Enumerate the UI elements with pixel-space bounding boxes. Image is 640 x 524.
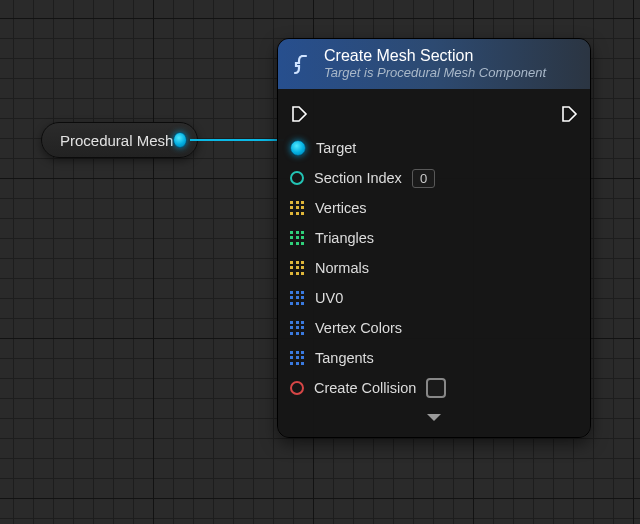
- input-pin-vertex-colors[interactable]: [290, 321, 305, 336]
- output-pin-object[interactable]: [173, 132, 187, 148]
- input-pin-section-index[interactable]: [290, 171, 304, 185]
- input-row-vertices: Vertices: [290, 193, 578, 223]
- input-label-vertices: Vertices: [315, 200, 367, 216]
- input-row-target: Target: [290, 133, 578, 163]
- exec-in-pin[interactable]: [290, 105, 308, 123]
- input-row-normals: Normals: [290, 253, 578, 283]
- input-row-tangents: Tangents: [290, 343, 578, 373]
- function-icon: [290, 52, 314, 76]
- input-label-target: Target: [316, 140, 356, 156]
- chevron-down-icon: [425, 412, 443, 424]
- expand-inputs-button[interactable]: [290, 403, 578, 433]
- input-row-vertex-colors: Vertex Colors: [290, 313, 578, 343]
- node-create-mesh-section[interactable]: Create Mesh Section Target is Procedural…: [277, 38, 591, 438]
- node-title: Create Mesh Section: [324, 47, 546, 65]
- input-pin-uv0[interactable]: [290, 291, 305, 306]
- input-pin-tangents[interactable]: [290, 351, 305, 366]
- section-index-field[interactable]: 0: [412, 169, 435, 188]
- input-row-section-index: Section Index 0: [290, 163, 578, 193]
- exec-out-pin[interactable]: [560, 105, 578, 123]
- input-label-create-collision: Create Collision: [314, 380, 416, 396]
- input-label-vertex-colors: Vertex Colors: [315, 320, 402, 336]
- var-node-procedural-mesh[interactable]: Procedural Mesh: [41, 122, 198, 158]
- input-label-normals: Normals: [315, 260, 369, 276]
- input-row-uv0: UV0: [290, 283, 578, 313]
- create-collision-checkbox[interactable]: [426, 378, 446, 398]
- wire-target: [190, 128, 290, 154]
- input-row-create-collision: Create Collision: [290, 373, 578, 403]
- input-pin-create-collision[interactable]: [290, 381, 304, 395]
- input-pin-normals[interactable]: [290, 261, 305, 276]
- input-label-section-index: Section Index: [314, 170, 402, 186]
- input-row-triangles: Triangles: [290, 223, 578, 253]
- input-label-uv0: UV0: [315, 290, 343, 306]
- input-pin-triangles[interactable]: [290, 231, 305, 246]
- node-subtitle: Target is Procedural Mesh Component: [324, 66, 546, 81]
- input-pin-target[interactable]: [290, 140, 306, 156]
- input-pin-vertices[interactable]: [290, 201, 305, 216]
- input-label-tangents: Tangents: [315, 350, 374, 366]
- var-node-label: Procedural Mesh: [60, 132, 173, 149]
- input-label-triangles: Triangles: [315, 230, 374, 246]
- node-header[interactable]: Create Mesh Section Target is Procedural…: [278, 39, 590, 89]
- exec-row: [290, 99, 578, 129]
- node-body: Target Section Index 0 Vertices Triangle…: [278, 89, 590, 437]
